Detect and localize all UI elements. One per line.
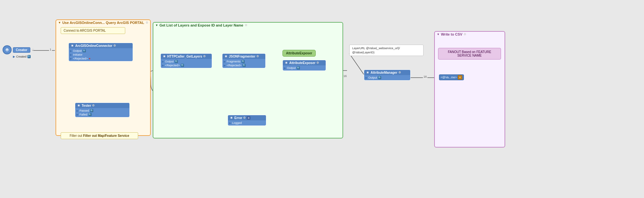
svg-point-10 (286, 62, 287, 63)
creator-label[interactable]: Creator (13, 47, 30, 53)
http-rejected-port[interactable]: ▶ <Rejected> 🔍 (161, 63, 212, 67)
svg-point-8 (225, 56, 227, 57)
svg-point-6 (164, 56, 165, 57)
arcgis-connector-body: ▶ Output 🔍 ▶ Initiator ▶ <Rejected> ● (69, 48, 133, 61)
value-icon: ≡ (458, 75, 462, 80)
http-output-port[interactable]: ▶ Output 🔍 (161, 60, 212, 63)
creator-gear[interactable]: ⚙ (32, 48, 34, 51)
layer-url-note: LayerURL @Value(_webservice_url)/ @Value… (349, 45, 424, 56)
json-rejected-icon[interactable]: 🔍 (242, 64, 246, 67)
json-header[interactable]: JSONFragmenter ⚙ (222, 54, 265, 59)
green-group-title: ▼ Get List of Layers and Expose ID and L… (153, 23, 342, 28)
attr-manager-body: ▶ Output 🔍 (364, 75, 410, 80)
arcgis-output-icon[interactable]: 🔍 (83, 49, 86, 52)
arcgis-gear[interactable]: ⚙ (113, 44, 116, 47)
http-caller-header[interactable]: HTTPCaller_GetLayers ⚙ (161, 54, 212, 59)
tester-header[interactable]: Tester ⚙ (75, 103, 129, 108)
conn-num-1: 1 (49, 48, 52, 51)
attr-exposer-label: AttributeExposer (282, 50, 316, 57)
arcgis-connector-header[interactable]: ArcGISOnlineConnector ⚙ (69, 43, 133, 48)
conn-num-16b: 16 (343, 74, 347, 78)
attr-manager-gear[interactable]: ⚙ (398, 71, 401, 74)
attr-manager-output-port[interactable]: ▶ Output 🔍 (364, 76, 410, 80)
orange-group: ▼ Use ArcGISOnlineConn... Query ArcGIS P… (56, 19, 151, 136)
http-caller-body: ▶ Output 🔍 ▶ <Rejected> 🔍 (161, 59, 212, 68)
json-fragments-icon[interactable]: 🔍 (241, 60, 245, 63)
creator-port-created: ▶ Created 🔍 (13, 55, 31, 58)
tester-node: Tester ⚙ ▶ Passed 🔍 ▶ Failed 🔍 (75, 103, 130, 117)
green-group: ▼ Get List of Layers and Expose ID and L… (153, 22, 343, 138)
svg-point-12 (231, 117, 232, 118)
pink-group: ▼ Write to CSV ⚙ FANOUT Based on FEATURE… (434, 31, 505, 148)
passed-icon[interactable]: 🔍 (90, 109, 93, 112)
error-header[interactable]: Error ⚙ ≡ (228, 115, 266, 120)
connect-annotation: Connect to ARCGIS PORTAL (61, 27, 125, 34)
pink-gear[interactable]: ⚙ (464, 33, 466, 36)
attr-exposer-output-port[interactable]: ▶ Output 🔍 (283, 66, 326, 70)
attr-exposer-gear[interactable]: ⚙ (316, 61, 319, 64)
attr-exposer-body: ▶ Output 🔍 (283, 65, 326, 71)
attr-exposer-node: AttributeExposer ⚙ ▶ Output 🔍 (282, 60, 326, 71)
error-node: Error ⚙ ≡ ▶ Logged (228, 115, 266, 126)
orange-group-title: ▼ Use ArcGISOnlineConn... Query ArcGIS P… (56, 20, 150, 25)
attr-exposer-output-icon[interactable]: 🔍 (297, 66, 300, 70)
json-fragments-port[interactable]: ▶ Fragments 🔍 (222, 60, 265, 63)
tester-body: ▶ Passed 🔍 ▶ Failed 🔍 (75, 108, 129, 117)
pink-group-title: ▼ Write to CSV ⚙ (435, 32, 505, 37)
svg-point-4 (78, 105, 79, 106)
http-caller-node: HTTPCaller_GetLayers ⚙ ▶ Output 🔍 ▶ <Rej… (160, 53, 212, 68)
workflow-canvas: 1 23 17 16 6 7 16 16 44 Creator ⚙ ▶ Crea… (0, 0, 644, 198)
tester-failed-port[interactable]: ▶ Failed 🔍 (75, 113, 129, 116)
json-rejected-port[interactable]: ▶ <Rejected> 🔍 (222, 63, 265, 67)
attr-manager-header[interactable]: AttributeManager ⚙ (364, 70, 410, 75)
filter-annotation: Filter out Filter out Map/Feature Servic… (61, 132, 138, 139)
green-arrow[interactable]: ▼ (155, 24, 158, 27)
creator-node: Creator ⚙ ▶ Created 🔍 (3, 45, 34, 58)
http-rejected-icon[interactable]: 🔍 (181, 64, 184, 67)
created-port-icon[interactable]: 🔍 (27, 55, 31, 58)
http-output-icon[interactable]: 🔍 (175, 60, 178, 63)
value-node[interactable]: <@Va...me> ≡ (439, 74, 464, 80)
arcgis-initiator-port[interactable]: ▶ Initiator (69, 53, 133, 57)
json-fragmenter-node: JSONFragmenter ⚙ ▶ Fragments 🔍 ▶ <Reject… (222, 53, 266, 68)
error-body: ▶ Logged (228, 120, 266, 126)
svg-point-14 (367, 72, 368, 73)
attr-exposer-header[interactable]: AttributeExposer ⚙ (283, 60, 326, 65)
attr-manager-node: AttributeManager ⚙ ▶ Output 🔍 (364, 70, 411, 81)
tester-gear[interactable]: ⚙ (92, 104, 95, 107)
json-body: ▶ Fragments 🔍 ▶ <Rejected> 🔍 (222, 59, 265, 68)
http-gear[interactable]: ⚙ (203, 55, 206, 58)
green-gear[interactable]: ⚙ (245, 24, 247, 27)
error-logged-port[interactable]: ▶ Logged (228, 121, 266, 125)
fanout-box: FANOUT Based on FEATURE SERVICE NAME (438, 48, 501, 60)
json-gear[interactable]: ⚙ (256, 55, 259, 58)
attr-manager-output-icon[interactable]: 🔍 (378, 76, 381, 79)
error-gear[interactable]: ⚙ (243, 116, 246, 119)
tester-passed-port[interactable]: ▶ Passed 🔍 (75, 109, 129, 113)
failed-icon[interactable]: 🔍 (88, 113, 92, 116)
arcgis-rejected-port[interactable]: ▶ <Rejected> ● (69, 57, 133, 60)
arcgis-output-port[interactable]: ▶ Output 🔍 (69, 49, 133, 53)
creator-ports: ▶ Created 🔍 (13, 55, 31, 58)
creator-circle-icon (3, 45, 12, 54)
conn-num-16c: 16 (423, 75, 427, 78)
pink-arrow[interactable]: ▼ (437, 33, 440, 36)
orange-arrow[interactable]: ▼ (58, 21, 61, 24)
svg-point-2 (72, 45, 73, 46)
arcgis-connector-node: ArcGISOnlineConnector ⚙ ▶ Output 🔍 ▶ Ini… (68, 43, 133, 61)
orange-gear[interactable]: ⚙ (146, 21, 148, 24)
